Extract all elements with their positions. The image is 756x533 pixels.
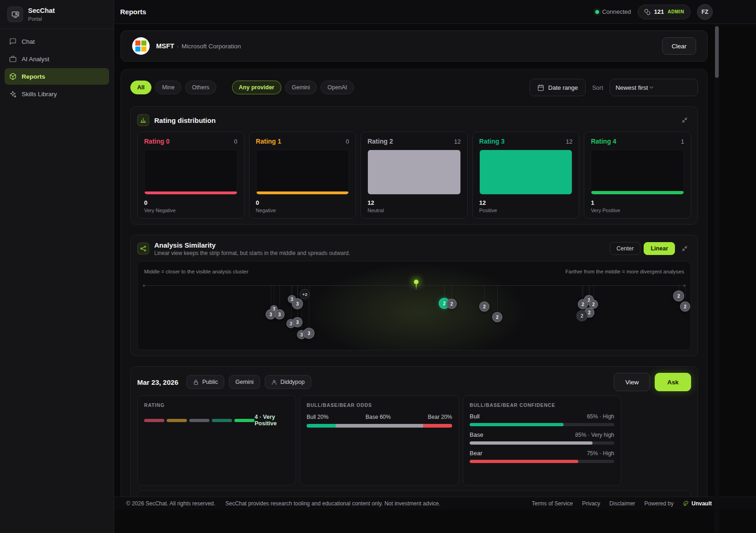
filter-any-provider[interactable]: Any provider (232, 81, 281, 94)
avatar[interactable]: FZ (697, 4, 713, 20)
analysis-similarity-card: Analysis Similarity Linear view keeps th… (130, 235, 698, 356)
similarity-bubble[interactable]: 2 (492, 312, 502, 322)
date-range-button[interactable]: Date range (529, 79, 586, 96)
odds-bear-segment (423, 424, 452, 428)
similarity-hint-left: Middle = closer to the visible analysis … (144, 269, 249, 274)
confidence-fill (470, 460, 578, 463)
filter-others[interactable]: Others (185, 81, 216, 94)
scrollbar-track[interactable] (715, 24, 719, 533)
stock-title: MSFT · Microsoft Corporation (156, 42, 241, 50)
sidebar-item-label: Skills Library (22, 91, 57, 98)
rating-tile-bar (145, 191, 237, 194)
similarity-bubble[interactable]: 3 (292, 317, 302, 327)
filter-row: All Mine Others Any provider Gemini Open… (130, 79, 698, 96)
similarity-bubble[interactable]: 2 (576, 310, 587, 321)
app-name: SecChat (28, 7, 55, 15)
provider-chip[interactable]: Gemini (229, 375, 260, 389)
view-toggle-linear[interactable]: Linear (644, 242, 675, 255)
odds-panel-label: BULL/BASE/BEAR ODDS (307, 402, 452, 408)
sidebar-item-reports[interactable]: Reports (5, 68, 109, 85)
sidebar-item-chat[interactable]: Chat (5, 33, 109, 50)
rating-tile-bar (256, 191, 349, 194)
confidence-value: 85% · Very high (575, 432, 614, 438)
similarity-bubble[interactable]: 2 (673, 290, 684, 301)
sort-label: Sort (592, 84, 603, 91)
odds-base-segment (336, 424, 423, 428)
similarity-marker[interactable] (414, 280, 419, 290)
date-range-label: Date range (548, 84, 578, 91)
odds-bear-label: Bear 20% (428, 414, 452, 420)
similarity-bubble[interactable]: 2 (479, 301, 489, 312)
sidebar-item-ai-analyst[interactable]: AI Analyst (5, 51, 109, 67)
package-icon (9, 73, 17, 80)
scrollbar-thumb[interactable] (715, 26, 719, 78)
odds-base-label: Base 60% (366, 414, 391, 420)
report-card: Mar 23, 2026 Public Gemini Diddypop View… (130, 366, 698, 497)
confidence-track (470, 460, 614, 463)
filter-all[interactable]: All (130, 81, 151, 94)
clear-button[interactable]: Clear (662, 37, 696, 55)
brand-link[interactable]: Unvault (683, 500, 712, 507)
similarity-bubble[interactable]: 2 (680, 301, 690, 312)
author-chip[interactable]: Diddypop (265, 375, 311, 389)
similarity-bubble[interactable]: 2 (447, 299, 457, 309)
confidence-name: Base (470, 431, 483, 438)
role-badge: ADMIN (668, 9, 684, 14)
rating-segment (234, 419, 255, 422)
similarity-bubble[interactable]: 3 (274, 309, 285, 319)
confidence-name: Bull (470, 413, 480, 420)
rating-tile-value: 0 (144, 199, 238, 206)
collapse-button[interactable] (678, 242, 691, 255)
similarity-bubble[interactable]: 3 (303, 328, 314, 339)
sort-select[interactable]: Newest first (610, 79, 698, 96)
rating-tile-chart (144, 150, 238, 195)
footer-link-disclaimer[interactable]: Disclaimer (610, 500, 635, 507)
filter-gemini[interactable]: Gemini (285, 81, 317, 94)
rating-panel-label: RATING (144, 402, 289, 408)
calendar-icon (537, 84, 544, 91)
credits-pill[interactable]: 121 ADMIN (638, 5, 691, 19)
rating-panel: RATING 4 · Very Positive (137, 395, 296, 486)
view-toggle-center[interactable]: Center (610, 242, 641, 255)
collapse-button[interactable] (678, 114, 691, 127)
report-date: Mar 23, 2026 (137, 378, 178, 386)
confidence-value: 75% · High (587, 450, 614, 457)
view-button[interactable]: View (614, 373, 650, 391)
filter-openai[interactable]: OpenAI (320, 81, 354, 94)
confidence-name: Bear (470, 450, 482, 457)
rating-segment (189, 419, 209, 422)
page-title: Reports (120, 8, 146, 16)
rating-tile: Rating 2 12 12 Neutral (361, 132, 468, 219)
filter-mine[interactable]: Mine (155, 81, 181, 94)
footer-link-terms[interactable]: Terms of Service (532, 500, 573, 507)
sidebar-item-skills-library[interactable]: Skills Library (5, 86, 109, 102)
rating-tile-title: Rating 1 (256, 138, 281, 145)
rating-tile-title: Rating 4 (591, 138, 616, 145)
rating-segment (212, 419, 232, 422)
sidebar-item-label: Reports (22, 73, 45, 80)
leaf-icon (683, 500, 689, 506)
connected-dot-icon (595, 10, 599, 14)
similarity-bubble[interactable]: 3 (292, 298, 303, 309)
rating-tile-count: 12 (454, 138, 460, 145)
minimize-icon (681, 245, 688, 252)
rating-tile-label: Positive (479, 208, 573, 213)
sidebar-item-label: Chat (22, 38, 35, 45)
rating-tile-value: 0 (256, 199, 349, 206)
confidence-fill (470, 441, 593, 445)
rating-tile-label: Very Positive (591, 208, 684, 213)
ask-button[interactable]: Ask (655, 373, 691, 391)
visibility-chip[interactable]: Public (186, 375, 224, 389)
sort-value: Newest first (616, 84, 648, 91)
confidence-track (470, 423, 614, 426)
similarity-bubble[interactable]: +2 (300, 289, 310, 299)
lock-icon (193, 379, 199, 385)
footer-link-privacy[interactable]: Privacy (582, 500, 600, 507)
rating-tile-value: 12 (367, 199, 461, 206)
topbar-right: Connected 121 ADMIN FZ (595, 4, 713, 20)
recommendation-panel: RECOMMENDATION (137, 490, 691, 497)
rating-distribution-title: Rating distribution (154, 116, 215, 124)
rating-tile-bar (480, 150, 572, 194)
confidence-value: 65% · High (587, 413, 614, 420)
sidebar: SecChat Portal Chat AI Analyst Reports S… (0, 0, 114, 533)
